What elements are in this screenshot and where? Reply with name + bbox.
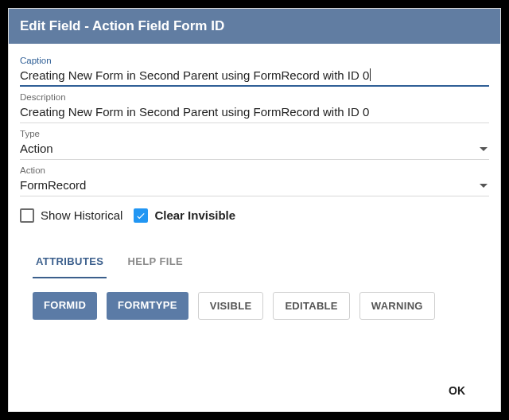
type-label: Type: [20, 128, 489, 139]
show-historical-checkbox[interactable]: Show Historical: [20, 208, 122, 224]
clear-invisible-checkbox[interactable]: Clear Invisible: [134, 208, 235, 224]
chip-formid[interactable]: FORMID: [33, 292, 97, 320]
caption-label: Caption: [20, 55, 489, 66]
description-label: Description: [20, 91, 489, 103]
clear-invisible-label: Clear Invisible: [154, 208, 235, 224]
ok-button[interactable]: OK: [439, 376, 475, 405]
tab-bar: ATTRIBUTES HELP FILE: [20, 247, 489, 279]
dialog-title: Edit Field - Action Field Form ID: [9, 9, 500, 44]
caption-input[interactable]: Creating New Form in Second Parent using…: [20, 67, 489, 84]
caption-field[interactable]: Caption Creating New Form in Second Pare…: [20, 55, 489, 87]
dialog-body: Caption Creating New Form in Second Pare…: [9, 44, 500, 411]
chip-editable[interactable]: EDITABLE: [273, 292, 349, 320]
check-icon: [135, 210, 146, 221]
checkbox-row: Show Historical Clear Invisible: [20, 208, 489, 224]
description-input[interactable]: Creating New Form in Second Parent using…: [20, 103, 489, 121]
tab-help-file[interactable]: HELP FILE: [124, 247, 186, 278]
show-historical-label: Show Historical: [41, 208, 122, 224]
action-label: Action: [20, 165, 489, 176]
dialog-frame: Edit Field - Action Field Form ID Captio…: [0, 0, 509, 420]
type-select[interactable]: Type Action: [20, 128, 489, 160]
edit-field-dialog: Edit Field - Action Field Form ID Captio…: [8, 8, 501, 412]
chip-warning[interactable]: WARNING: [359, 292, 435, 320]
checkbox-box: [20, 208, 34, 223]
tab-attributes[interactable]: ATTRIBUTES: [33, 247, 107, 278]
description-field[interactable]: Description Creating New Form in Second …: [20, 91, 489, 123]
action-value: FormRecord: [20, 177, 489, 194]
chip-formtype[interactable]: FORMTYPE: [107, 292, 188, 320]
chip-visible[interactable]: VISIBLE: [198, 292, 264, 320]
attribute-chip-row: FORMID FORMTYPE VISIBLE EDITABLE WARNING: [20, 292, 489, 320]
dropdown-arrow-icon: [480, 184, 488, 188]
dropdown-arrow-icon: [480, 147, 488, 151]
action-select[interactable]: Action FormRecord: [20, 165, 489, 196]
type-value: Action: [20, 140, 489, 158]
dialog-footer: OK: [20, 376, 489, 411]
checkbox-box: [134, 208, 148, 223]
